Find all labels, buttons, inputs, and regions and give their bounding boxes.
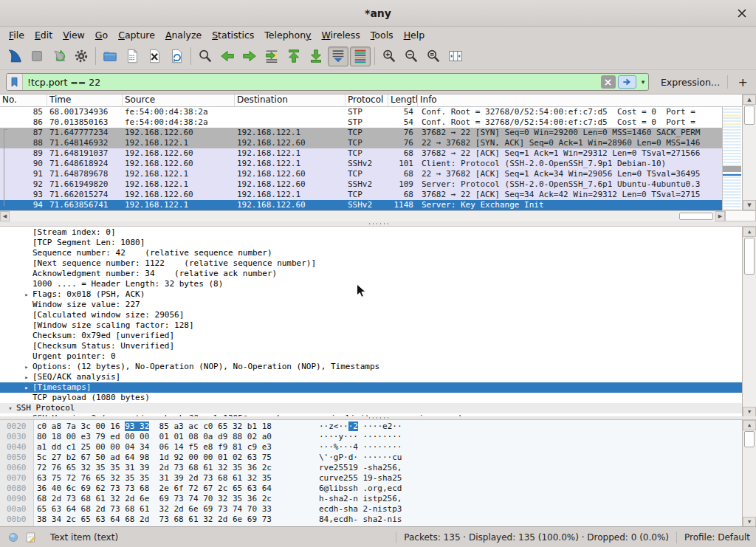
column-header-no[interactable]: No.: [0, 94, 47, 106]
collapsed-arrow-icon[interactable]: ▸: [21, 382, 32, 393]
zoom-out-button[interactable]: [401, 47, 422, 66]
hex-row[interactable]: 006072 76 65 32 35 35 31 39 2d 73 68 61 …: [0, 463, 742, 473]
detail-line[interactable]: [Window size scaling factor: 128]: [0, 320, 742, 331]
packet-row-87[interactable]: 8771.647777234192.168.122.60192.168.122.…: [0, 128, 722, 138]
column-header-protocol[interactable]: Protocol: [346, 94, 388, 106]
column-header-time[interactable]: Time: [47, 94, 123, 106]
packet-row-89[interactable]: 8971.648191037192.168.122.60192.168.122.…: [0, 148, 722, 159]
detail-line[interactable]: Acknowledgment number: 34 (relative ack …: [0, 269, 742, 279]
hex-bytes[interactable]: a1 dd c1 25 00 00 04 34 06 14 f5 e8 f9 8…: [37, 442, 272, 452]
hex-bytes[interactable]: 80 18 00 e3 79 ed 00 00 01 01 08 0a d9 8…: [37, 432, 272, 441]
hex-row[interactable]: 003080 18 00 e3 79 ed 00 00 01 01 08 0a …: [0, 432, 742, 442]
detail-line[interactable]: Checksum: 0x79ed [unverified]: [0, 331, 742, 341]
detail-line[interactable]: 1000 .... = Header Length: 32 bytes (8): [0, 279, 742, 289]
hex-ascii[interactable]: ecdh-sha 2-nistp3: [319, 504, 402, 514]
scrollbar-thumb[interactable]: [744, 431, 755, 447]
collapsed-arrow-icon[interactable]: ▸: [21, 289, 32, 300]
packet-row-86[interactable]: 8670.013850163fe:54:00:d4:38:2aSTP54Conf…: [0, 117, 722, 128]
find-packet-button[interactable]: [195, 47, 216, 66]
packet-list-minimap[interactable]: [722, 107, 741, 210]
hex-ascii[interactable]: ····y··· ········: [319, 432, 402, 441]
packet-row-92[interactable]: 9271.661949820192.168.122.1192.168.122.6…: [0, 179, 722, 190]
go-to-packet-button[interactable]: [261, 47, 282, 66]
display-filter-field[interactable]: !tcp.port == 22 ▾: [6, 73, 649, 91]
scrollbar-thumb[interactable]: [679, 213, 713, 220]
scroll-down-icon[interactable]: ▼: [743, 200, 756, 210]
packet-list-vscrollbar[interactable]: ▲ ▼: [742, 94, 756, 210]
capture-options-button[interactable]: [71, 47, 92, 66]
hex-bytes[interactable]: 72 76 65 32 35 35 31 39 2d 73 68 61 32 3…: [37, 463, 272, 472]
hex-row[interactable]: 0040a1 dd c1 25 00 00 04 34 06 14 f5 e8 …: [0, 442, 742, 453]
scroll-left-icon[interactable]: ◀: [0, 211, 10, 221]
detail-line[interactable]: Urgent pointer: 0: [0, 351, 742, 362]
scrollbar-thumb[interactable]: [744, 238, 755, 275]
go-forward-button[interactable]: [239, 47, 260, 66]
menu-tools[interactable]: Tools: [365, 28, 399, 42]
hex-row[interactable]: 008036 40 6c 69 62 73 73 68 2e 6f 72 67 …: [0, 484, 742, 494]
collapsed-arrow-icon[interactable]: ▸: [21, 372, 32, 382]
menu-go[interactable]: Go: [90, 28, 113, 42]
scroll-down-icon[interactable]: ▼: [743, 407, 756, 416]
packet-row-88[interactable]: 8871.648146932192.168.122.1192.168.122.6…: [0, 138, 722, 148]
packet-row-90[interactable]: 9071.648618924192.168.122.60192.168.122.…: [0, 159, 722, 169]
close-file-button[interactable]: [144, 47, 165, 66]
hex-bytes[interactable]: c0 a8 7a 3c 00 16 93 32 85 a3 ac c0 65 3…: [37, 422, 272, 431]
start-capture-button[interactable]: [4, 47, 25, 66]
packet-row-94[interactable]: 9471.663856741192.168.122.1192.168.122.6…: [0, 200, 722, 210]
detail-line[interactable]: Window size value: 227: [0, 300, 742, 310]
hex-ascii[interactable]: 6@libssh .org,ecd: [319, 484, 402, 493]
expert-info-button[interactable]: [6, 530, 21, 545]
expanded-arrow-icon[interactable]: ▾: [4, 403, 16, 413]
resize-columns-button[interactable]: [445, 47, 466, 66]
collapsed-arrow-icon[interactable]: ▸: [21, 362, 32, 372]
detail-line[interactable]: [Calculated window size: 29056]: [0, 310, 742, 320]
go-to-top-button[interactable]: [284, 47, 304, 66]
hex-ascii[interactable]: 84,ecdh- sha2-nis: [319, 515, 402, 524]
scroll-right-icon[interactable]: ▶: [715, 211, 725, 221]
save-file-button[interactable]: [122, 47, 142, 66]
zoom-in-button[interactable]: [379, 47, 399, 66]
menu-help[interactable]: Help: [399, 28, 430, 42]
column-header-length[interactable]: Length: [388, 94, 418, 106]
filter-dropdown-caret[interactable]: ▾: [638, 78, 648, 86]
hex-row[interactable]: 0020c0 a8 7a 3c 00 16 93 32 85 a3 ac c0 …: [0, 422, 742, 432]
hex-ascii[interactable]: ··z<···2 ····e2··: [319, 422, 402, 431]
hex-vscrollbar[interactable]: ▲ ▼: [742, 420, 756, 526]
menu-analyze[interactable]: Analyze: [160, 28, 207, 42]
hex-bytes[interactable]: 68 2d 73 68 61 32 2d 6e 69 73 74 70 32 3…: [37, 494, 272, 503]
hex-ascii[interactable]: \'·gP·d· ······cu: [319, 453, 402, 462]
hex-row[interactable]: 009068 2d 73 68 61 32 2d 6e 69 73 74 70 …: [0, 494, 742, 504]
menu-view[interactable]: View: [58, 28, 90, 42]
scroll-up-icon[interactable]: ▲: [743, 420, 756, 430]
column-header-destination[interactable]: Destination: [235, 94, 346, 106]
packet-row-91[interactable]: 9171.648789678192.168.122.1192.168.122.6…: [0, 169, 722, 179]
column-header-info[interactable]: Info: [418, 94, 756, 106]
hex-bytes[interactable]: 63 75 72 76 65 32 35 35 31 39 2d 73 68 6…: [37, 473, 272, 483]
filter-bookmark-button[interactable]: [7, 74, 23, 90]
filter-apply-button[interactable]: [618, 75, 636, 89]
expression-button[interactable]: Expression…: [661, 77, 720, 88]
colorize-button[interactable]: [350, 47, 371, 66]
packet-row-93[interactable]: 9371.662015274192.168.122.60192.168.122.…: [0, 190, 722, 200]
hex-ascii[interactable]: rve25519 -sha256,: [319, 463, 402, 472]
detail-line[interactable]: [Checksum Status: Unverified]: [0, 341, 742, 351]
detail-line[interactable]: ▸Flags: 0x018 (PSH, ACK): [0, 289, 742, 300]
hex-ascii[interactable]: h-sha2-n istp256,: [319, 494, 402, 503]
hex-row[interactable]: 00a065 63 64 68 2d 73 68 61 32 2d 6e 69 …: [0, 504, 742, 515]
menu-statistics[interactable]: Statistics: [207, 28, 259, 42]
detail-line[interactable]: TCP payload (1080 bytes): [0, 393, 742, 403]
status-profile[interactable]: Profile: Default: [684, 532, 750, 543]
detail-line[interactable]: [Next sequence number: 1122 (relative se…: [0, 258, 742, 269]
hex-row[interactable]: 00b038 34 2c 65 63 64 68 2d 73 68 61 32 …: [0, 515, 742, 525]
hex-bytes[interactable]: 5c 27 b2 67 50 ad 64 98 1d 92 00 00 01 0…: [37, 453, 272, 462]
reload-file-button[interactable]: [166, 47, 187, 66]
detail-line[interactable]: ▸Options: (12 bytes), No-Operation (NOP)…: [0, 362, 742, 372]
title-bar[interactable]: *any: [0, 0, 756, 27]
zoom-original-button[interactable]: [423, 47, 444, 66]
filter-clear-button[interactable]: [601, 75, 616, 89]
scroll-up-icon[interactable]: ▲: [743, 227, 756, 237]
detail-line[interactable]: [Stream index: 0]: [0, 227, 742, 238]
go-to-bottom-button[interactable]: [306, 47, 326, 66]
autoscroll-button[interactable]: [328, 47, 348, 66]
detail-line[interactable]: ▸[Timestamps]: [0, 382, 742, 393]
